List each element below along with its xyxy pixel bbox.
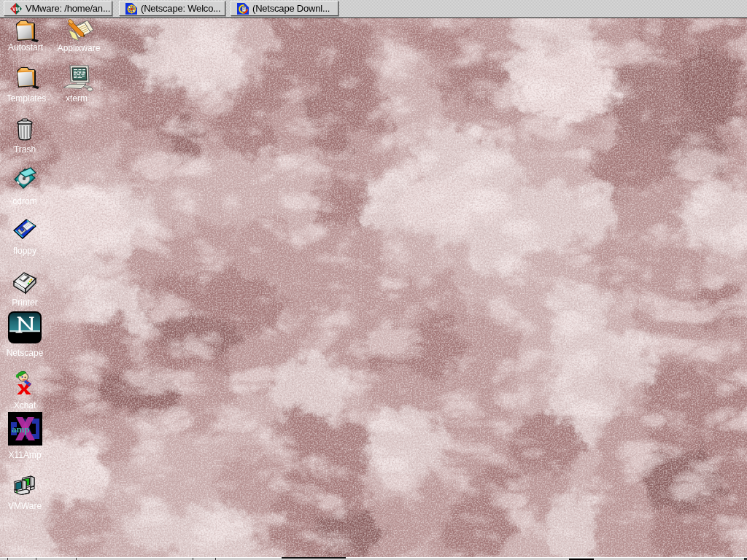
svg-text:VM: VM: [12, 6, 20, 11]
svg-text:amp: amp: [12, 424, 30, 435]
